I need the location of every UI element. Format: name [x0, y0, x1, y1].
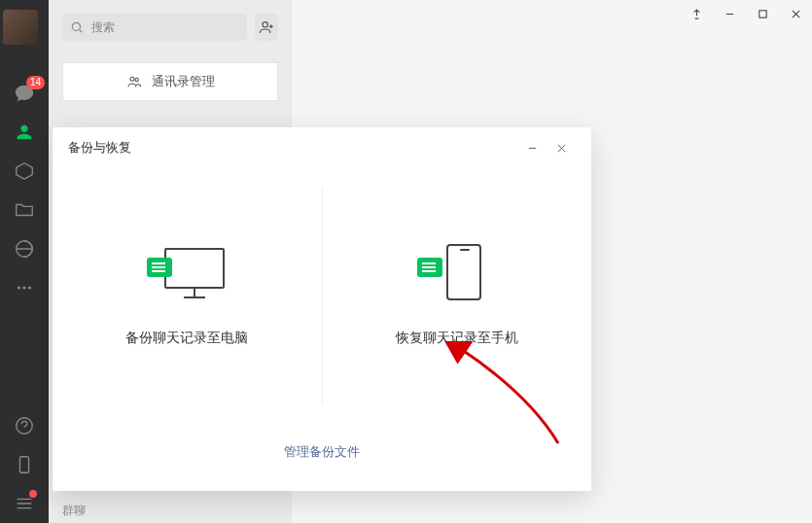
nav-favorites[interactable]: [0, 152, 49, 191]
svg-rect-5: [19, 457, 28, 473]
pin-button[interactable]: [680, 0, 713, 27]
dialog-minimize-button[interactable]: [517, 133, 547, 162]
nav-sidebar: 14: [0, 0, 49, 523]
add-contact-button[interactable]: [255, 14, 278, 41]
backup-restore-dialog: 备份与恢复 备份聊天记录至电脑 恢复聊天记录至手机 管理备份文件: [53, 127, 591, 491]
manage-contacts-label: 通讯录管理: [152, 73, 215, 90]
nav-moments[interactable]: [0, 229, 49, 268]
svg-rect-10: [759, 10, 765, 17]
nav-menu[interactable]: [0, 484, 49, 523]
nav-phone[interactable]: [0, 445, 49, 484]
restore-to-phone-option[interactable]: 恢复聊天记录至手机: [323, 168, 592, 423]
search-icon: [70, 20, 84, 34]
phone-icon: [417, 244, 497, 302]
backup-to-computer-option[interactable]: 备份聊天记录至电脑: [53, 168, 322, 423]
svg-point-6: [72, 22, 80, 30]
avatar[interactable]: [3, 10, 38, 45]
svg-point-9: [135, 78, 138, 81]
contacts-icon: [126, 74, 142, 89]
group-chat-header: 群聊: [62, 503, 86, 519]
manage-contacts-button[interactable]: 通讯录管理: [62, 62, 278, 101]
svg-point-7: [263, 22, 267, 27]
svg-point-8: [130, 77, 134, 81]
nav-more[interactable]: [0, 268, 49, 307]
maximize-button[interactable]: [746, 0, 779, 27]
search-input[interactable]: [89, 19, 239, 35]
nav-contacts[interactable]: [0, 113, 49, 152]
computer-icon: [147, 244, 227, 302]
backup-label: 备份聊天记录至电脑: [125, 330, 248, 347]
close-button[interactable]: [779, 0, 812, 27]
nav-files[interactable]: [0, 191, 49, 229]
nav-chats[interactable]: 14: [0, 74, 49, 113]
svg-point-4: [17, 418, 33, 435]
dialog-title: 备份与恢复: [68, 139, 131, 157]
nav-miniprogram[interactable]: [0, 406, 49, 445]
search-box[interactable]: [62, 14, 247, 41]
svg-point-3: [29, 287, 31, 289]
notification-dot: [29, 490, 37, 498]
svg-point-1: [18, 287, 20, 289]
dialog-close-button[interactable]: [547, 133, 576, 162]
restore-label: 恢复聊天记录至手机: [396, 330, 518, 347]
svg-point-2: [23, 287, 25, 289]
chat-badge: 14: [26, 76, 45, 89]
manage-backups-link[interactable]: 管理备份文件: [284, 443, 360, 461]
minimize-button[interactable]: [713, 0, 746, 27]
